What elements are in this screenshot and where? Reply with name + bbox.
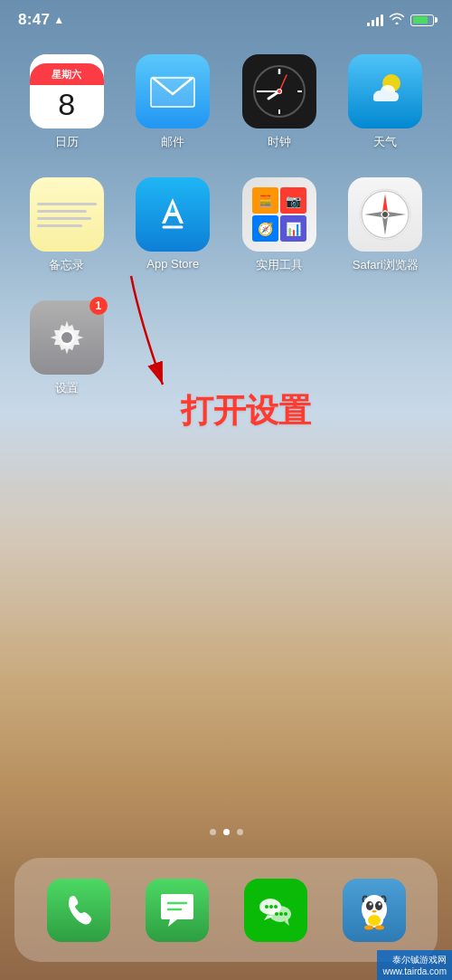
battery-icon [410, 14, 434, 26]
app-safari[interactable]: Safari浏览器 [337, 177, 435, 273]
app-utilities-label: 实用工具 [256, 257, 303, 273]
location-icon: ▲ [53, 14, 64, 26]
annotation-text: 打开设置 [181, 389, 311, 433]
svg-point-31 [369, 902, 372, 905]
page-dot-1 [210, 829, 216, 835]
app-weather-label: 天气 [373, 134, 397, 150]
watermark-line1: 泰尔铖游戏网 [382, 954, 447, 966]
watermark-line2: www.tairda.com [382, 966, 447, 976]
dock-wechat[interactable] [244, 879, 307, 942]
signal-icon [367, 14, 384, 26]
wifi-icon [389, 12, 405, 28]
svg-point-35 [364, 925, 373, 929]
svg-point-27 [284, 912, 287, 916]
app-notes-label: 备忘录 [49, 257, 84, 273]
app-appstore-label: App Store [146, 257, 199, 271]
dock-phone[interactable] [47, 879, 110, 942]
app-settings-label: 设置 [55, 380, 79, 396]
app-mail-label: 邮件 [161, 134, 184, 150]
app-clock-label: 时钟 [268, 134, 291, 150]
status-time: 8:47 [18, 11, 50, 29]
svg-point-32 [378, 902, 381, 905]
svg-point-29 [366, 901, 373, 910]
app-settings[interactable]: 1 设置 [18, 300, 116, 396]
svg-point-23 [269, 905, 273, 909]
app-grid: 星期六 8 日历 邮件 [0, 54, 452, 396]
app-calendar-label: 日历 [55, 134, 79, 150]
svg-point-18 [61, 332, 72, 343]
app-notes[interactable]: 备忘录 [18, 177, 116, 273]
app-utilities[interactable]: 🧮 📷 🧭 📊 实用工具 [231, 177, 328, 273]
svg-point-15 [382, 212, 388, 217]
svg-point-24 [274, 905, 278, 909]
dock-qq[interactable] [343, 879, 406, 942]
page-dots [0, 829, 452, 835]
app-weather[interactable]: 天气 [337, 54, 435, 150]
dock-messages[interactable] [146, 879, 209, 942]
svg-point-22 [265, 905, 268, 909]
page-dot-3 [237, 829, 243, 835]
svg-point-36 [375, 925, 384, 929]
app-calendar[interactable]: 星期六 8 日历 [18, 54, 116, 150]
status-icons [367, 12, 435, 28]
svg-point-34 [368, 915, 381, 926]
svg-point-30 [375, 901, 382, 910]
page-dot-2 [223, 829, 230, 835]
watermark: 泰尔铖游戏网 www.tairda.com [377, 950, 452, 980]
app-appstore[interactable]: App Store [125, 177, 222, 273]
app-mail[interactable]: 邮件 [125, 54, 222, 150]
app-safari-label: Safari浏览器 [353, 257, 419, 273]
svg-point-11 [278, 90, 281, 93]
status-bar: 8:47 ▲ [0, 0, 452, 40]
settings-badge: 1 [89, 297, 108, 315]
svg-point-26 [279, 912, 283, 916]
dock [14, 858, 438, 962]
app-clock[interactable]: 时钟 [231, 54, 328, 150]
svg-point-25 [275, 912, 278, 916]
